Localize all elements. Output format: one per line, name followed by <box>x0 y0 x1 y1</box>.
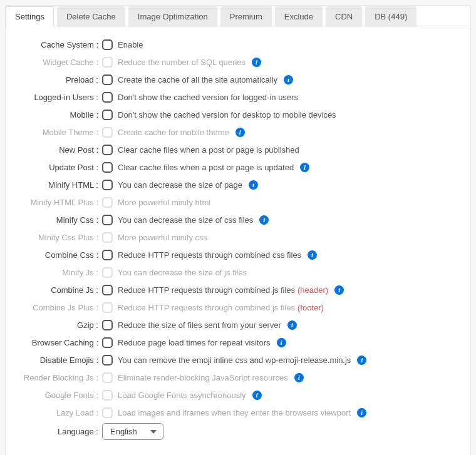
option-label: Preload : <box>16 75 102 84</box>
option-row: Minify Css :You can decrease the size of… <box>16 213 460 227</box>
option-label: Render Blocking Js : <box>16 373 102 382</box>
option-checkbox <box>102 407 113 418</box>
option-row: Render Blocking Js :Eliminate render-blo… <box>16 371 460 384</box>
tab-bar: SettingsDelete CacheImage OptimizationPr… <box>6 6 470 26</box>
option-description: Clear cache files when a post or page is… <box>118 145 299 155</box>
option-description: Reduce HTTP requests through combined js… <box>118 303 295 312</box>
tab-db-449-[interactable]: DB (449) <box>365 6 416 27</box>
option-description: Create cache for mobile theme <box>118 128 229 137</box>
option-row: Gzip :Reduce the size of files sent from… <box>16 318 460 332</box>
option-description: Don't show the cached version for deskto… <box>118 110 336 120</box>
option-description: Enable <box>118 40 143 49</box>
option-description: Don't show the cached version for logged… <box>118 93 298 102</box>
option-checkbox[interactable] <box>102 355 113 366</box>
option-checkbox[interactable] <box>102 215 113 225</box>
option-checkbox[interactable] <box>102 162 113 173</box>
option-checkbox[interactable] <box>102 74 113 85</box>
option-checkbox[interactable] <box>102 285 113 295</box>
option-description: Load Google Fonts asynchronously <box>118 391 246 400</box>
option-row: Combine Js :Reduce HTTP requests through… <box>16 283 460 297</box>
option-row: Mobile :Don't show the cached version fo… <box>16 108 460 121</box>
option-label: Disable Emojis : <box>16 355 102 365</box>
option-checkbox <box>102 232 113 243</box>
option-label: Mobile : <box>16 110 102 120</box>
option-checkbox <box>102 390 113 401</box>
option-description: Eliminate render-blocking JavaScript res… <box>118 373 288 382</box>
option-checkbox <box>102 372 113 383</box>
option-extra: (header) <box>298 285 328 295</box>
option-row: Combine Js Plus :Reduce HTTP requests th… <box>16 300 460 314</box>
info-icon[interactable]: i <box>259 215 269 225</box>
option-label: Logged-in Users : <box>16 93 102 102</box>
option-description: Reduce the number of SQL queries <box>118 58 246 67</box>
option-checkbox[interactable] <box>102 180 113 190</box>
option-description: You can decrease the size of css files <box>118 215 253 225</box>
info-icon[interactable]: i <box>300 163 309 172</box>
option-description: Reduce page load times for repeat visito… <box>118 338 271 347</box>
info-icon[interactable]: i <box>235 128 245 137</box>
option-row: Mobile Theme :Create cache for mobile th… <box>16 125 460 139</box>
option-row: Minify Css Plus :More powerful minify cs… <box>16 230 460 244</box>
language-row: Language : English <box>16 423 460 440</box>
tab-content: Cache System :EnableWidget Cache :Reduce… <box>6 26 470 455</box>
option-description: You can remove the emoji inline css and … <box>118 355 351 365</box>
language-select[interactable]: English <box>102 423 163 440</box>
option-checkbox[interactable] <box>102 320 113 330</box>
chevron-down-icon <box>150 430 157 434</box>
option-label: Minify Css : <box>16 215 102 225</box>
tab-exclude[interactable]: Exclude <box>275 6 323 27</box>
tab-settings[interactable]: Settings <box>6 6 54 27</box>
option-label: Combine Js Plus : <box>16 303 102 312</box>
option-label: Update Post : <box>16 163 102 172</box>
option-row: Minify Js :You can decrease the size of … <box>16 265 460 279</box>
option-label: Mobile Theme : <box>16 128 102 137</box>
option-row: Browser Caching :Reduce page load times … <box>16 335 460 349</box>
info-icon[interactable]: i <box>357 355 366 365</box>
tab-delete-cache[interactable]: Delete Cache <box>57 6 125 27</box>
option-checkbox[interactable] <box>102 337 113 348</box>
info-icon[interactable]: i <box>252 391 262 400</box>
option-checkbox <box>102 302 113 313</box>
option-label: Widget Cache : <box>16 58 102 67</box>
info-icon[interactable]: i <box>277 338 286 347</box>
option-description: Create the cache of all the site automat… <box>118 75 277 84</box>
option-description: Reduce HTTP requests through combined js… <box>118 285 295 295</box>
option-description: Reduce HTTP requests through combined cs… <box>118 250 301 260</box>
option-label: Minify Css Plus : <box>16 233 102 242</box>
option-description: Load images and iframes when they enter … <box>118 408 351 417</box>
option-description: More powerful minify html <box>118 198 210 207</box>
tab-image-optimization[interactable]: Image Optimization <box>128 6 217 27</box>
option-label: Combine Js : <box>16 285 102 295</box>
option-description: Clear cache files when a post or page is… <box>118 163 294 172</box>
info-icon[interactable]: i <box>308 250 317 260</box>
info-icon[interactable]: i <box>287 320 297 330</box>
option-label: Cache System : <box>16 40 102 49</box>
option-checkbox[interactable] <box>102 250 113 260</box>
option-extra: (footer) <box>298 303 324 312</box>
info-icon[interactable]: i <box>252 58 261 67</box>
option-label: Combine Css : <box>16 250 102 260</box>
option-checkbox <box>102 127 113 138</box>
option-row: Google Fonts :Load Google Fonts asynchro… <box>16 388 460 402</box>
option-label: Minify HTML Plus : <box>16 198 102 207</box>
option-label: Google Fonts : <box>16 391 102 400</box>
option-row: Preload :Create the cache of all the sit… <box>16 73 460 86</box>
tab-premium[interactable]: Premium <box>220 6 272 27</box>
option-label: Gzip : <box>16 320 102 330</box>
option-checkbox[interactable] <box>102 145 113 155</box>
info-icon[interactable]: i <box>294 373 304 382</box>
info-icon[interactable]: i <box>249 180 258 190</box>
option-checkbox[interactable] <box>102 110 113 120</box>
option-description: You can decrease the size of js files <box>118 268 247 277</box>
option-checkbox[interactable] <box>102 39 113 50</box>
option-row: Disable Emojis :You can remove the emoji… <box>16 353 460 367</box>
info-icon[interactable]: i <box>357 408 366 417</box>
option-label: Minify Js : <box>16 268 102 277</box>
option-checkbox[interactable] <box>102 92 113 103</box>
info-icon[interactable]: i <box>284 75 293 84</box>
option-row: New Post :Clear cache files when a post … <box>16 143 460 156</box>
option-row: Lazy Load :Load images and iframes when … <box>16 406 460 419</box>
language-label: Language : <box>16 427 102 436</box>
info-icon[interactable]: i <box>334 285 344 295</box>
tab-cdn[interactable]: CDN <box>326 6 362 27</box>
